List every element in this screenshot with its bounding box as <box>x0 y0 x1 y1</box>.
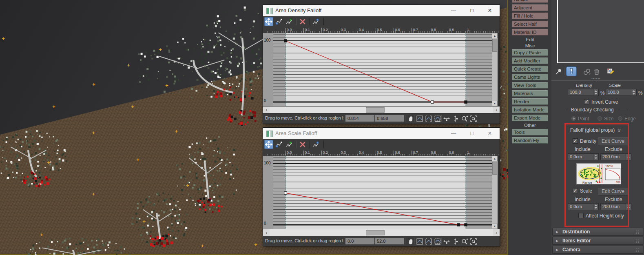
vertical-scrollbar[interactable]: ▲ ▼ <box>492 156 498 229</box>
title-bar[interactable]: Area Scale Falloff — □ × <box>263 128 500 139</box>
scrollbar-thumb[interactable] <box>492 162 497 175</box>
horizontal-scrollbar[interactable]: ‹ › <box>263 229 500 236</box>
curve-handle[interactable] <box>465 224 467 226</box>
zoom-extents-icon[interactable] <box>416 237 424 246</box>
zoom-horizontal-extents-icon[interactable] <box>425 115 433 123</box>
pan-icon[interactable] <box>407 237 415 246</box>
zoom-vertical-icon[interactable] <box>451 115 460 123</box>
scale-percent-spinner[interactable]: 100.0 <box>606 89 637 96</box>
spinner-down-icon[interactable] <box>593 93 598 96</box>
draw-curve-icon[interactable] <box>312 17 321 26</box>
spinner-up-icon[interactable] <box>626 204 631 207</box>
add-point-icon[interactable] <box>285 140 294 149</box>
maximize-icon[interactable]: □ <box>465 5 479 16</box>
scroll-right-icon[interactable]: › <box>493 229 500 236</box>
edit-density-curve-button[interactable]: Edit Curve <box>598 137 628 145</box>
spinner-down-icon[interactable] <box>626 157 631 160</box>
scale-include-spinner[interactable]: 0.0cm <box>568 203 599 210</box>
button-copy-paste[interactable]: Copy / Paste <box>512 49 548 56</box>
button-random-fly[interactable]: Random Fly <box>512 137 548 144</box>
spinner-down-icon[interactable] <box>593 157 598 160</box>
minimize-icon[interactable]: — <box>447 128 460 139</box>
zoom-region-icon[interactable] <box>469 237 478 246</box>
spinner-up-icon[interactable] <box>593 204 598 207</box>
scrollbar-thumb[interactable] <box>492 39 497 52</box>
chevron-double-down-icon[interactable]: » <box>616 129 623 132</box>
spinner-down-icon[interactable] <box>631 93 636 96</box>
density-percent-spinner[interactable]: 100.0 <box>568 89 599 96</box>
scroll-left-icon[interactable]: ‹ <box>263 229 270 236</box>
affect-height-only-checkbox[interactable] <box>578 213 584 218</box>
curve-handle[interactable] <box>284 192 287 195</box>
zoom-horizontal-icon[interactable] <box>443 115 451 123</box>
vertical-scrollbar[interactable]: ▲ ▼ <box>492 33 498 106</box>
button-fill-hole[interactable]: Fill / Hole <box>512 13 548 19</box>
coordinate-x-field[interactable]: 0.814 <box>345 115 374 122</box>
add-point-icon[interactable] <box>285 17 294 26</box>
move-scale-icon[interactable] <box>274 140 283 149</box>
point-radio[interactable] <box>571 116 576 121</box>
curve-handle[interactable] <box>465 101 467 104</box>
unlink-icon[interactable] <box>582 67 591 76</box>
falloff-scale-checkbox[interactable]: ✓ <box>573 188 578 193</box>
close-icon[interactable]: × <box>483 5 497 16</box>
density-exclude-spinner[interactable]: 200.0cm <box>600 153 631 160</box>
edit-table-icon[interactable] <box>606 67 615 76</box>
curve-handle[interactable] <box>284 40 287 42</box>
size-radio[interactable] <box>598 116 602 121</box>
delete-point-icon[interactable] <box>298 17 307 26</box>
move-icon[interactable] <box>264 140 273 149</box>
spinner-up-icon[interactable] <box>626 154 631 157</box>
scroll-right-icon[interactable]: › <box>493 106 500 113</box>
zoom-icon[interactable] <box>460 237 469 246</box>
scroll-up-icon[interactable]: ▲ <box>492 33 498 38</box>
area-scale-falloff-window[interactable]: Area Scale Falloff — □ × 0.00.10.20.30.4… <box>263 128 500 246</box>
button-add-modifier[interactable]: Add Modifier <box>512 58 548 64</box>
zoom-extents-icon[interactable] <box>416 115 424 123</box>
draw-curve-icon[interactable] <box>312 140 321 149</box>
button-select-half[interactable]: Select Half <box>512 21 548 27</box>
scrollbar-thumb[interactable] <box>366 107 385 113</box>
density-include-spinner[interactable]: 0.0cm <box>568 153 599 160</box>
button-quick-create[interactable]: Quick Create <box>512 66 548 72</box>
curve-plot-area[interactable]: 100 0 ▲ ▼ <box>263 156 500 229</box>
falloff-density-checkbox[interactable]: ✓ <box>573 138 578 144</box>
rollout-items-editor[interactable]: ▶Items Editor <box>552 237 643 245</box>
button-view-tools[interactable]: View Tools <box>512 82 548 89</box>
spinner-down-icon[interactable] <box>626 207 631 210</box>
title-bar[interactable]: Area Density Falloff — □ × <box>263 5 500 16</box>
spinner-up-icon[interactable] <box>593 89 598 93</box>
curve-canvas[interactable] <box>273 33 492 106</box>
zoom-horizontal-icon[interactable] <box>443 237 451 246</box>
edge-radio[interactable] <box>618 116 622 121</box>
area-density-falloff-window[interactable]: Area Density Falloff — □ × 0.00.10.20.30… <box>263 5 500 124</box>
pan-icon[interactable] <box>407 115 415 123</box>
curve-plot-area[interactable]: 100 0 ▲ ▼ <box>263 33 500 106</box>
spinner-down-icon[interactable] <box>593 207 598 210</box>
zoom-value-extents-icon[interactable] <box>434 115 442 123</box>
pin-icon[interactable] <box>554 67 563 76</box>
button-tools[interactable]: Tools <box>512 129 548 135</box>
curve-canvas[interactable] <box>273 156 492 229</box>
scale-exclude-spinner[interactable]: 200.0cm <box>600 203 631 210</box>
edit-scale-curve-button[interactable]: Edit Curve <box>598 188 628 195</box>
zoom-region-icon[interactable] <box>469 115 478 123</box>
horizontal-scrollbar[interactable]: ‹ › <box>263 106 500 113</box>
zoom-horizontal-extents-icon[interactable] <box>425 237 433 246</box>
invert-curve-checkbox[interactable]: ✓ <box>584 99 589 104</box>
delete-point-icon[interactable] <box>298 140 307 149</box>
scroll-down-icon[interactable]: ▼ <box>492 101 498 106</box>
button-render[interactable]: Render <box>512 98 548 105</box>
move-scale-icon[interactable] <box>274 17 283 26</box>
scroll-up-icon[interactable]: ▲ <box>492 156 498 161</box>
scroll-left-icon[interactable]: ‹ <box>263 106 270 113</box>
maximize-icon[interactable]: □ <box>465 128 479 139</box>
splitter-drag-handle[interactable]: •••••• <box>591 78 604 80</box>
spinner-up-icon[interactable] <box>631 89 636 93</box>
spinner-up-icon[interactable] <box>593 154 598 157</box>
curve-handle[interactable] <box>431 101 434 104</box>
button-adjacent[interactable]: Adjacent <box>512 4 548 11</box>
coordinate-x-field[interactable]: 0.0 <box>345 238 374 244</box>
zoom-value-extents-icon[interactable] <box>434 237 442 246</box>
minimize-icon[interactable]: — <box>447 5 460 16</box>
